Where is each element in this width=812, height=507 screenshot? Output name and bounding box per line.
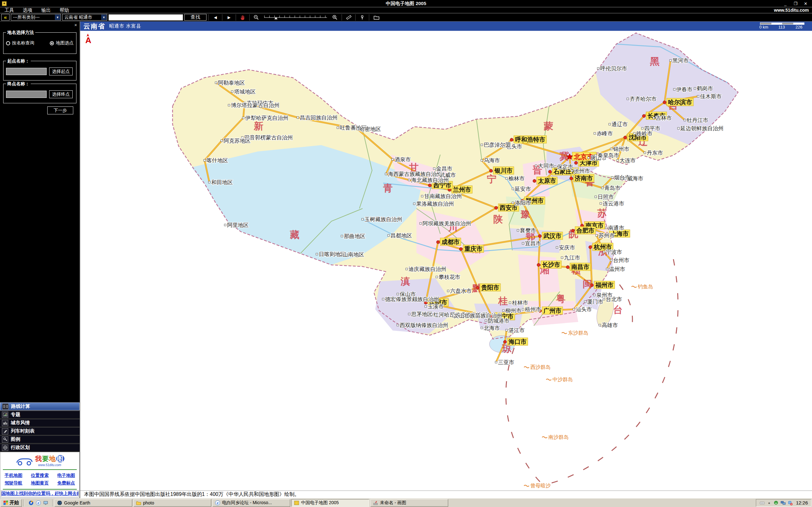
province-char: 闽 <box>583 279 592 289</box>
promo-link-3[interactable]: 电子地图 <box>57 473 75 478</box>
task-button-未命名 - 画图[interactable]: 未命名 - 画图 <box>370 499 448 507</box>
zoom-slider-thumb[interactable] <box>274 17 277 19</box>
back-icon[interactable]: ◀ <box>211 14 220 21</box>
ie-icon[interactable]: e <box>36 500 41 505</box>
find-button[interactable]: 查找 <box>184 14 206 20</box>
task-button-photo[interactable]: photo <box>134 499 211 507</box>
region-dropdown[interactable]: 云南省 昭通市 ▼ <box>62 14 107 20</box>
desktop: 中国电子地图 2005 _ ❐ ✕ www.51ditu.com 工具选项输出帮… <box>0 0 812 507</box>
task-button-Google Earth[interactable]: Google Earth <box>55 499 132 507</box>
marquee-link[interactable]: 国地图上找到你的位置吗，赶快上网去标 <box>1 491 79 497</box>
keyboard-icon[interactable] <box>759 500 765 505</box>
svg-text:太原市: 太原市 <box>538 177 556 184</box>
site-url[interactable]: www.51ditu.com <box>774 8 812 13</box>
map-canvas[interactable]: 黑吉辽蒙新藏青甘宁陕晋冀鲁豫苏皖鄂渝川黔滇湘赣浙闽粤桂琼台哈尔滨市长春市沈阳市呼… <box>80 31 812 491</box>
start-label: 开始 <box>9 500 19 506</box>
city-label: 六盘水市 <box>447 288 472 294</box>
sidebar-item-城市风情[interactable]: 城市风情 <box>0 419 80 427</box>
menu-item-3[interactable]: 输出 <box>37 7 55 13</box>
restore-icon[interactable]: ❐ <box>793 1 798 6</box>
city-label: 果洛藏族自治州 <box>413 201 454 207</box>
sidebar-item-label: 图例 <box>11 436 20 442</box>
measure-ruler-icon[interactable] <box>344 14 353 21</box>
forward-icon[interactable]: ▶ <box>224 14 234 21</box>
city-label: 秦皇岛市 <box>595 153 619 158</box>
sidebar-item-路线计算[interactable]: 路线计算 <box>0 402 80 410</box>
sidebar-item-专题[interactable]: 专题 <box>0 411 80 418</box>
radio-dot-icon[interactable] <box>50 41 54 45</box>
scale-label: 113 <box>778 25 785 30</box>
menu-item-4[interactable]: 帮助 <box>55 7 73 13</box>
city-label: 南昌市 <box>566 263 591 271</box>
network-icon[interactable] <box>780 500 786 505</box>
chevron-down-icon: ▼ <box>101 14 107 20</box>
svg-text:锦州市: 锦州市 <box>613 146 629 152</box>
menu-item-1[interactable]: 工具 <box>0 7 18 13</box>
zoom-slider[interactable] <box>262 14 329 21</box>
desktop-icon[interactable] <box>43 500 48 505</box>
city-label: 牡丹江市 <box>684 117 708 123</box>
svg-text:和田地区: 和田地区 <box>211 179 233 185</box>
city-label: 防城港市 <box>485 318 509 324</box>
zoom-in-icon[interactable] <box>330 14 340 21</box>
sidebar-item-label: 专题 <box>11 412 20 418</box>
city-label: 洛阳市 <box>512 200 531 206</box>
promo-link-2[interactable]: 位置搜索 <box>31 473 49 478</box>
sidebar-item-行政区划[interactable]: 行政区划 <box>0 444 80 452</box>
svg-text:塔城地区: 塔城地区 <box>234 89 256 95</box>
brand-site: www.51ditu.com <box>38 463 61 467</box>
offline-icon[interactable] <box>787 500 793 505</box>
city-label: 山南地区 <box>340 251 364 258</box>
city-label: 伊犁哈萨克自治州 <box>242 115 288 121</box>
promo-link-4[interactable]: 驾驶导航 <box>5 481 22 486</box>
radio-by-name[interactable]: 按名称查询 <box>6 40 34 46</box>
map-scale: 0 km 113 226 <box>759 22 806 29</box>
province-char: 黑 <box>650 56 659 66</box>
svg-text:海口市: 海口市 <box>508 338 526 345</box>
promo-link-5[interactable]: 地图黄页 <box>31 481 49 486</box>
collapse-icon[interactable]: « <box>766 500 772 505</box>
start-button[interactable]: 开始 <box>1 499 22 507</box>
radio-dot-icon[interactable] <box>6 41 10 45</box>
zoom-out-icon[interactable] <box>252 14 261 21</box>
choose-end-button[interactable]: 选择终点 <box>49 90 72 98</box>
svg-text:e: e <box>37 501 39 505</box>
menu-item-2[interactable]: 选项 <box>18 7 37 13</box>
promo-link-1[interactable]: 手机地图 <box>5 473 22 478</box>
svg-text:苏州市: 苏州市 <box>599 233 615 239</box>
next-step-button[interactable]: 下一步 <box>47 107 73 114</box>
svg-text:西双版纳傣族自治州: 西双版纳傣族自治州 <box>400 322 448 328</box>
close-icon[interactable]: ✕ <box>803 1 808 6</box>
open-folder-icon[interactable] <box>371 14 382 21</box>
sidebar-close-icon[interactable]: × <box>74 22 77 27</box>
svg-text:黑: 黑 <box>650 56 659 66</box>
province-char: 新 <box>253 121 263 131</box>
radio-map-pick[interactable]: 地图选点 <box>50 40 73 46</box>
svg-text:乌海市: 乌海市 <box>484 158 500 164</box>
antivirus-icon[interactable] <box>773 500 779 505</box>
province-char: 陕 <box>493 214 503 224</box>
search-input[interactable] <box>108 14 183 20</box>
promo-link-6[interactable]: 免费标点 <box>57 481 75 486</box>
pan-hand-icon[interactable] <box>238 14 247 21</box>
minimize-icon[interactable]: _ <box>783 1 788 6</box>
pushpin-icon[interactable] <box>357 14 367 21</box>
end-point-input[interactable] <box>6 91 47 98</box>
media-player-icon[interactable] <box>28 500 34 505</box>
city-label: 攀枝花市 <box>436 274 460 280</box>
legend-icon <box>2 436 8 443</box>
category-dropdown[interactable]: ---所有类别--- ▼ <box>11 14 61 20</box>
svg-text:伊犁哈萨克自治州: 伊犁哈萨克自治州 <box>245 115 288 121</box>
sidebar-item-列车时刻表[interactable]: 列车时刻表 <box>0 427 80 435</box>
start-point-input[interactable] <box>6 68 47 75</box>
sidebar-item-图例[interactable]: 图例 <box>0 435 80 443</box>
current-city: 昭通市 <box>109 23 124 29</box>
collapse-sidebar-button[interactable]: « <box>1 14 9 20</box>
task-button-电白同乡论坛 - Microso...[interactable]: e电白同乡论坛 - Microso... <box>212 499 290 507</box>
province-char: 青 <box>383 183 393 193</box>
choose-start-button[interactable]: 选择起点 <box>49 67 72 75</box>
svg-text:阿克苏地区: 阿克苏地区 <box>223 138 251 144</box>
task-button-中国电子地图 2005[interactable]: 中国电子地图 2005 <box>292 499 369 507</box>
province-char: 台 <box>613 304 623 315</box>
city-label: 台州市 <box>610 257 629 263</box>
